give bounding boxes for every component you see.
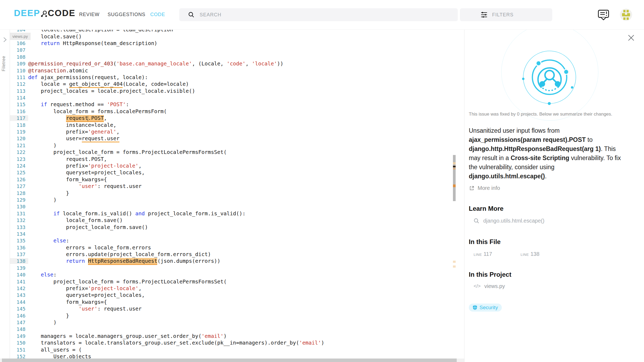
line-number: 143: [10, 292, 28, 298]
code-line[interactable]: 136 errors = locale_form.errors: [10, 244, 324, 251]
line-number: 115: [10, 102, 28, 107]
tab-suggestions[interactable]: SUGGESTIONS: [108, 12, 145, 17]
code-line[interactable]: 139: [10, 265, 324, 271]
code-line[interactable]: 123 request.POST,: [10, 156, 324, 162]
close-button[interactable]: [628, 34, 635, 42]
code-line[interactable]: 122 project_locale_form = forms.ProjectL…: [10, 149, 324, 156]
code-line[interactable]: 106 return HttpResponse(team_description…: [10, 40, 324, 47]
in-project-title: In this Project: [469, 271, 511, 278]
line-reference[interactable]: LINE138: [521, 251, 568, 257]
tab-code[interactable]: CODE: [150, 12, 165, 17]
filetree-label: Filetree: [1, 51, 6, 76]
logo-magnifier-icon: [40, 10, 48, 20]
code-line[interactable]: 107: [10, 47, 324, 53]
code-line[interactable]: 124 prefix='project-locale',: [10, 162, 324, 169]
code-line[interactable]: 147 ): [10, 319, 324, 326]
line-number: 117: [10, 115, 28, 121]
code-line[interactable]: 108: [10, 54, 324, 60]
scrollbar-annotation-mark: [453, 184, 456, 187]
code-line[interactable]: 119 prefix='general',: [10, 128, 324, 135]
code-line[interactable]: 141 project_locale_form = forms.ProjectL…: [10, 278, 324, 285]
scrollbar-annotation-mark: [453, 265, 456, 268]
vertical-scrollbar[interactable]: [453, 29, 456, 359]
line-number: 123: [10, 156, 28, 162]
code-line[interactable]: 148: [10, 326, 324, 333]
code-line[interactable]: 109@permission_required_or_403('base.can…: [10, 60, 324, 67]
line-reference[interactable]: LINE117: [474, 251, 521, 257]
code-line[interactable]: 150 translators = locale.translators_gro…: [10, 339, 324, 346]
line-number: 147: [10, 320, 28, 325]
in-file-title: In this File: [469, 238, 501, 246]
code-line[interactable]: 152 User.objects: [10, 353, 324, 359]
file-tab[interactable]: views.py: [10, 33, 31, 40]
code-line[interactable]: 117 request.POST,: [10, 115, 324, 121]
code-line[interactable]: 116 locale_form = forms.LocalePermsForm(: [10, 108, 324, 115]
code-line[interactable]: 138 return HttpResponseBadRequest(json.d…: [10, 258, 324, 264]
code-line[interactable]: 126 form_kwargs={: [10, 176, 324, 183]
line-number: 114: [10, 95, 28, 101]
project-file-item[interactable]: </> views.py: [474, 283, 505, 289]
more-info-link[interactable]: More info: [469, 185, 500, 191]
code-line[interactable]: 146 }: [10, 312, 324, 319]
code-line[interactable]: 114: [10, 94, 324, 101]
logo-code-text: CODE: [48, 8, 75, 18]
code-line[interactable]: 128 }: [10, 190, 324, 196]
search-input[interactable]: [199, 12, 415, 18]
user-avatar[interactable]: [620, 9, 632, 21]
horizontal-scrollbar-thumb[interactable]: [2, 359, 457, 362]
code-line[interactable]: 113 project_locales = locale.project_loc…: [10, 88, 324, 94]
shield-icon: [473, 305, 477, 310]
code-line[interactable]: 104 locale.team_description = team_descr…: [10, 29, 324, 33]
code-line[interactable]: 112 locale = get_object_or_404(Locale, c…: [10, 81, 324, 87]
more-info-label: More info: [478, 185, 500, 191]
code-line[interactable]: 125 queryset=project_locales,: [10, 169, 324, 176]
code-line[interactable]: 145 'user': request.user: [10, 305, 324, 312]
code-line[interactable]: 115 if request.method == 'POST':: [10, 101, 324, 108]
line-number: 122: [10, 149, 28, 155]
line-number: 129: [10, 197, 28, 203]
code-line[interactable]: 137 errors.update(project_locale_form.er…: [10, 251, 324, 258]
line-number: 108: [10, 54, 28, 60]
code-editor[interactable]: views.py 104 locale.team_description = t…: [10, 29, 464, 359]
filetree-expand-chevron[interactable]: [2, 36, 8, 44]
security-badge[interactable]: Security: [469, 304, 502, 312]
code-line[interactable]: 121 ): [10, 142, 324, 149]
code-line[interactable]: 105 locale.save(): [10, 33, 324, 40]
code-line[interactable]: 131 if locale_form.is_valid() and projec…: [10, 210, 324, 217]
code-line[interactable]: 110@transaction.atomic: [10, 67, 324, 74]
code-line[interactable]: 149 managers = locale.managers_group.use…: [10, 333, 324, 339]
code-line[interactable]: 144 form_kwargs={: [10, 299, 324, 305]
code-line[interactable]: 133 project_locale_form.save(): [10, 224, 324, 230]
code-line[interactable]: 111def ajax_permissions(request, locale)…: [10, 74, 324, 81]
line-number: 130: [10, 204, 28, 209]
search-bar[interactable]: [179, 8, 458, 21]
code-line[interactable]: 118 instance=locale,: [10, 121, 324, 128]
code-line[interactable]: 132 locale_form.save(): [10, 217, 324, 224]
code-line[interactable]: 143 queryset=project_locales,: [10, 292, 324, 298]
code-line[interactable]: 135 else:: [10, 237, 324, 244]
brand-logo[interactable]: DEEP CODE: [14, 8, 75, 18]
code-line[interactable]: 151 all_users = (: [10, 346, 324, 353]
code-line[interactable]: 140 else:: [10, 271, 324, 278]
code-line[interactable]: 120 user=request.user: [10, 135, 324, 142]
filters-label: FILTERS: [492, 12, 514, 18]
filters-button[interactable]: FILTERS: [460, 8, 552, 21]
line-number: 107: [10, 47, 28, 53]
code-line[interactable]: 134: [10, 231, 324, 237]
horizontal-scrollbar[interactable]: [0, 359, 464, 362]
line-number: 135: [10, 238, 28, 243]
line-number: 139: [10, 265, 28, 271]
feedback-button[interactable]: [597, 9, 610, 22]
code-line[interactable]: 142 prefix='project-locale',: [10, 285, 324, 292]
scrollbar-annotation-mark: [453, 166, 456, 167]
tab-review[interactable]: REVIEW: [79, 12, 100, 17]
code-line[interactable]: 130: [10, 203, 324, 210]
learn-more-item[interactable]: django.utils.html.escape(): [474, 218, 544, 224]
scrollbar-annotation-mark: [453, 162, 456, 164]
filetree-sidebar[interactable]: Filetree: [0, 29, 10, 362]
vertical-scrollbar-thumb[interactable]: [453, 155, 456, 201]
issue-illustration: [517, 45, 582, 110]
code-line[interactable]: 129 ): [10, 197, 324, 203]
code-line[interactable]: 127 'user': request.user: [10, 183, 324, 190]
line-number: 146: [10, 313, 28, 319]
